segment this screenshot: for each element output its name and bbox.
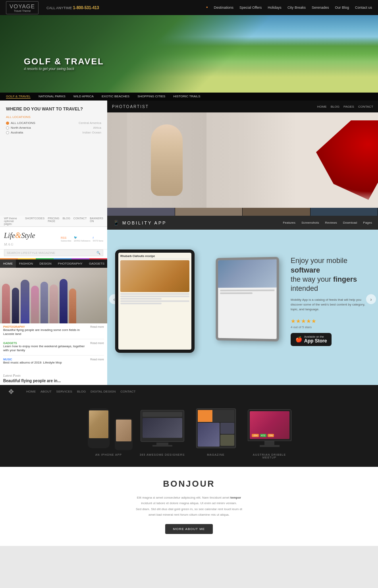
voyage-logo: VOYAGE Travel Theme [6,1,39,14]
nav-photography[interactable]: PHOTOGRAPHY [55,259,86,268]
tablet-food-image [120,260,189,292]
nav-destinations[interactable]: Destinations [214,6,233,10]
port-nav-home[interactable]: HOME [26,390,36,393]
photo-thumb-2[interactable] [175,208,243,216]
subnav-golf[interactable]: GOLF & TRAVEL [6,95,31,99]
mobility-rating: 4 out of 5 stars [291,325,370,329]
designer-mockup [141,410,184,442]
appstore-button[interactable]: 🍎 Available on the App Store [291,333,332,346]
portfolio-grid: AN IPHONE APP 365 AWESOME DESIGNERS [0,398,378,467]
travel-option-3: Australia Indian Ocean [6,131,101,134]
voyage-callnow: CALL ANYTIME 1-800-531-413 [46,6,99,10]
voyage-nav: • Destinations Special Offers Holidays C… [206,5,372,10]
port-nav-contact[interactable]: CONTACT [120,390,135,393]
radio-north-america[interactable] [6,126,9,130]
latest-posts-label: Latest Posts [3,373,104,377]
photo-nav-home[interactable]: HOME [317,105,327,108]
voyage-hero-overlay [0,15,378,93]
subnav-africa[interactable]: WILD AFRICA [73,95,94,99]
section3: WP theme optional pages: SHORTCODES PRIC… [0,216,378,385]
port-nav-about[interactable]: ABOUT [40,390,52,393]
photo-artist-panel: PHOTOARTIST HOME BLOG PAGES CONTACT [107,101,378,216]
lifestyle-nav: HOME FASHION DESIGN PHOTOGRAPHY GADGETS … [0,259,107,268]
post-cat-photography: PHOTOGRAPHY [3,325,88,328]
photo-nav: HOME BLOG PAGES CONTACT [317,105,373,108]
post-cat-music: MUSIC [3,358,88,361]
lifestyle-posts: PHOTOGRAPHY Beautiful flying people are … [0,323,107,371]
photo-thumb-1[interactable] [107,208,175,216]
mobility-nav-screenshots[interactable]: Screenshots [301,221,319,224]
radio-australia[interactable] [6,131,9,134]
portfolio-item-2: 365 AWESOME DESIGNERS [139,406,186,459]
portfolio-section: ❖ HOME ABOUT SERVICES BLOG DIGITAL DESIG… [0,385,378,467]
phone-icon: 📱 [113,220,119,226]
mobility-hero: ‹ Rhubarb Clafoutis receipe [107,230,378,369]
nav-city-breaks[interactable]: City Breaks [287,6,306,10]
photo-logo: PHOTOARTIST [112,104,149,109]
read-more-3[interactable]: Read more [90,358,104,365]
topbar-banners[interactable]: BANNERS ON [90,217,103,225]
nav-serenades[interactable]: Serenades [312,6,329,10]
iphone-device [88,408,110,448]
tablet-content: Rhubarb Clafoutis receipe [118,253,191,350]
mobility-stars: ★★★★★ [291,318,370,324]
portfolio-header: ❖ HOME ABOUT SERVICES BLOG DIGITAL DESIG… [0,385,378,398]
topbar-pricing[interactable]: PRICING PAGE [48,217,59,225]
port-nav-services[interactable]: SERVICES [56,390,72,393]
read-more-2[interactable]: Read more [90,342,104,353]
tablet-small [216,257,279,342]
radio-all-locations[interactable] [6,122,9,125]
nav-fashion[interactable]: FASHION [16,259,36,268]
mobility-text-area: Enjoy your mobile software the way your … [283,256,370,346]
nav-contact[interactable]: Contact us [355,6,372,10]
search-icon: 🔍 [96,251,100,255]
nav-blog[interactable]: Our Blog [335,6,349,10]
nav-holidays[interactable]: Holidays [268,6,282,10]
mobility-nav-reviews[interactable]: Reviews [325,221,337,224]
photo-nav-blog[interactable]: BLOG [331,105,339,108]
people-silhouettes [0,276,107,323]
port-nav-blog[interactable]: BLOG [77,390,86,393]
mobility-nav-features[interactable]: Features [283,221,295,224]
topbar-contact[interactable]: CONTACT [73,217,87,225]
next-arrow[interactable]: › [366,294,376,304]
port-nav-digital[interactable]: DIGITAL DESIGN [91,390,116,393]
voyage-hero-subtitle: 4 resorts to get your swing back [24,67,104,71]
voyage-subnav: GOLF & TRAVEL NATIONAL PARKS WILD AFRICA… [0,93,378,101]
subnav-beaches[interactable]: EXOTIC BEACHES [102,95,129,99]
lifestyle-header: Life&Style MAG RSSSubscribe 🐦16453 follo… [0,227,107,250]
nav-dot: • [206,5,208,10]
lifestyle-hero-image [0,268,107,323]
post-title-3: Best music albums of 2019: Lifestyle Mop [3,361,88,365]
mobility-nav-download[interactable]: Download [343,221,357,224]
mobility-desc: Mobility App is a catalog of feeds that … [291,298,370,312]
mobility-nav-pages[interactable]: Pages [363,221,372,224]
nav-design[interactable]: DESIGN [36,259,55,268]
voyage-hero-title: GOLF & TRAVEL [24,56,104,67]
photo-thumb-4[interactable] [310,208,378,216]
apple-icon: 🍎 [295,336,302,342]
lifestyle-search-bar: SEARCH LIFESTYLE MAGAZINE 🔍 [4,250,103,256]
photo-model-figure [151,124,183,196]
lifestyle-topbar: WP theme optional pages: SHORTCODES PRIC… [0,216,107,227]
nav-home[interactable]: HOME [0,259,16,268]
voyage-section: VOYAGE Travel Theme CALL ANYTIME 1-800-5… [0,0,378,101]
portfolio-label-4: AUSTRIAN DRIBBLE MEETUP [246,453,293,459]
travel-filter-label: ALL LOCATIONS [6,115,101,119]
read-more-1[interactable]: Read more [90,325,104,337]
more-about-button[interactable]: MORE ABOUT ME [165,524,213,534]
topbar-blog[interactable]: BLOG [62,217,70,225]
topbar-shortcodes[interactable]: SHORTCODES [25,217,44,225]
subnav-historic[interactable]: HISTORIC TRAILS [173,95,200,99]
photo-thumb-3[interactable] [243,208,310,216]
photo-nav-pages[interactable]: PAGES [343,105,354,108]
post-item-3: MUSIC Best music albums of 2019: Lifesty… [3,358,104,367]
subnav-shopping[interactable]: SHOPPING CITIES [137,95,165,99]
nav-gadgets[interactable]: GADGETS [86,259,108,268]
photo-hero [107,112,378,208]
subnav-national[interactable]: NATIONAL PARKS [39,95,66,99]
travel-heading: WHERE DO YOU WANT TO TRAVEL? [6,106,101,111]
tablet-title: Rhubarb Clafoutis receipe [120,255,189,259]
nav-special-offers[interactable]: Special Offers [239,6,262,10]
photo-nav-contact[interactable]: CONTACT [358,105,373,108]
